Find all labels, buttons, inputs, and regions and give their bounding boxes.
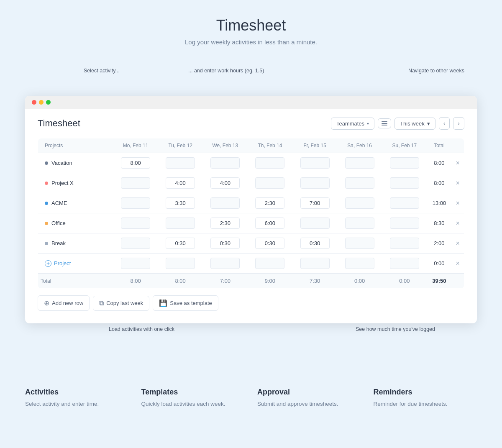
table-row: Vacation8:00× — [38, 153, 464, 173]
time-input-row2-day1[interactable] — [166, 197, 195, 209]
col-header-wed: We, Feb 13 — [203, 138, 248, 153]
delete-row-button[interactable]: × — [454, 200, 461, 207]
project-dot-icon — [45, 161, 48, 165]
teammates-button[interactable]: Teammates ▾ — [331, 118, 374, 130]
totals-row: Total8:008:007:009:007:300:000:0039:50 — [38, 274, 464, 289]
col-header-mon: Mo, Feb 11 — [113, 138, 158, 153]
browser-dot-green — [46, 100, 51, 105]
prev-week-button[interactable]: ‹ — [439, 117, 450, 130]
time-input-row0-day3[interactable] — [255, 157, 284, 169]
time-input-row4-day5[interactable] — [345, 238, 374, 249]
app-header: Timesheet Teammates ▾ — [38, 117, 464, 130]
time-input-row3-day5[interactable] — [345, 218, 374, 229]
row-total: 0:00 — [427, 253, 451, 274]
time-input-row4-day1[interactable] — [166, 238, 195, 249]
save-as-template-button[interactable]: 💾 Save as template — [153, 295, 218, 311]
add-project-button[interactable]: +Project — [45, 260, 111, 267]
list-icon — [382, 121, 387, 125]
copy-last-week-label: Copy last week — [106, 300, 143, 306]
feature-approval-title: Approval — [257, 388, 361, 397]
time-input-row1-day5[interactable] — [345, 177, 374, 189]
time-input-row0-day0[interactable] — [121, 157, 150, 169]
this-week-button[interactable]: This week ▾ — [394, 118, 435, 130]
time-input-row1-day6[interactable] — [390, 177, 419, 189]
app-title: Timesheet — [38, 118, 80, 129]
col-header-total: Total — [427, 138, 451, 153]
totals-day-1: 8:00 — [158, 274, 203, 289]
feature-approval-desc: Submit and approve timesheets. — [257, 400, 361, 408]
time-input-row3-day2[interactable] — [210, 218, 240, 229]
time-input-row1-day1[interactable] — [166, 177, 195, 189]
time-input-row5-day1[interactable] — [166, 258, 195, 269]
time-input-row1-day4[interactable] — [300, 177, 330, 189]
totals-day-3: 9:00 — [248, 274, 292, 289]
annotation-load-activities: Load activities with one click — [109, 325, 174, 333]
this-week-chevron-icon: ▾ — [427, 120, 430, 127]
time-input-row4-day2[interactable] — [210, 238, 240, 249]
delete-row-button[interactable]: × — [454, 160, 461, 166]
time-input-row3-day3[interactable] — [255, 218, 284, 229]
time-input-row3-day0[interactable] — [121, 218, 150, 229]
time-input-row3-day4[interactable] — [300, 218, 330, 229]
time-input-row2-day6[interactable] — [390, 197, 419, 209]
time-input-row1-day2[interactable] — [210, 177, 240, 189]
delete-row-button[interactable]: × — [454, 180, 461, 187]
annotation-navigate-weeks: Navigate to other weeks — [408, 67, 464, 74]
totals-day-0: 8:00 — [113, 274, 158, 289]
time-input-row5-day5[interactable] — [345, 258, 374, 269]
browser-titlebar — [25, 96, 477, 109]
project-name: Project X — [51, 180, 74, 186]
time-input-row4-day3[interactable] — [255, 238, 284, 249]
time-input-row4-day4[interactable] — [300, 238, 330, 249]
time-input-row3-day6[interactable] — [390, 218, 419, 229]
add-new-row-button[interactable]: ⊕ Add new row — [38, 295, 90, 311]
feature-reminders-desc: Reminder for due timesheets. — [374, 400, 477, 408]
time-input-row2-day0[interactable] — [121, 197, 150, 209]
time-input-row4-day6[interactable] — [390, 238, 419, 249]
browser-dot-red — [32, 100, 36, 105]
time-input-row0-day6[interactable] — [390, 157, 419, 169]
col-header-sun: Su, Feb 17 — [382, 138, 427, 153]
next-week-button[interactable]: › — [453, 117, 464, 130]
time-input-row0-day4[interactable] — [300, 157, 330, 169]
feature-approval: Approval Submit and approve timesheets. — [257, 388, 361, 408]
time-input-row2-day2[interactable] — [210, 197, 240, 209]
col-header-thu: Th, Feb 14 — [248, 138, 292, 153]
totals-day-4: 7:30 — [292, 274, 337, 289]
time-input-row1-day0[interactable] — [121, 177, 150, 189]
timesheet-table: Projects Mo, Feb 11 Tu, Feb 12 We, Feb 1… — [38, 138, 464, 289]
time-input-row5-day3[interactable] — [255, 258, 284, 269]
browser-dot-yellow — [39, 100, 44, 105]
delete-row-button[interactable]: × — [454, 260, 461, 267]
time-input-row5-day6[interactable] — [390, 258, 419, 269]
time-input-row2-day3[interactable] — [255, 197, 284, 209]
time-input-row3-day1[interactable] — [166, 218, 195, 229]
add-new-row-label: Add new row — [52, 300, 83, 306]
list-view-button[interactable] — [378, 118, 391, 128]
time-input-row5-day4[interactable] — [300, 258, 330, 269]
annotation-enter-hours: ... and enter work hours (eg. 1.5) — [188, 67, 264, 74]
row-total: 8:00 — [427, 173, 451, 193]
copy-icon: ⧉ — [99, 300, 104, 307]
row-total: 13:00 — [427, 193, 451, 213]
time-input-row0-day5[interactable] — [345, 157, 374, 169]
table-row: Office8:30× — [38, 213, 464, 233]
time-input-row0-day1[interactable] — [166, 157, 195, 169]
table-row: Break2:00× — [38, 233, 464, 253]
time-input-row2-day5[interactable] — [345, 197, 374, 209]
time-input-row4-day0[interactable] — [121, 238, 150, 249]
project-name: Vacation — [51, 160, 72, 166]
delete-row-button[interactable]: × — [454, 240, 461, 247]
add-project-icon: + — [45, 260, 51, 267]
teammates-chevron-icon: ▾ — [367, 121, 369, 126]
time-input-row5-day0[interactable] — [121, 258, 150, 269]
copy-last-week-button[interactable]: ⧉ Copy last week — [93, 296, 149, 311]
row-total: 8:30 — [427, 213, 451, 233]
table-row: Project X8:00× — [38, 173, 464, 193]
feature-templates-title: Templates — [141, 388, 245, 397]
time-input-row5-day2[interactable] — [210, 258, 240, 269]
time-input-row1-day3[interactable] — [255, 177, 284, 189]
time-input-row2-day4[interactable] — [300, 197, 330, 209]
time-input-row0-day2[interactable] — [210, 157, 240, 169]
delete-row-button[interactable]: × — [454, 220, 461, 227]
